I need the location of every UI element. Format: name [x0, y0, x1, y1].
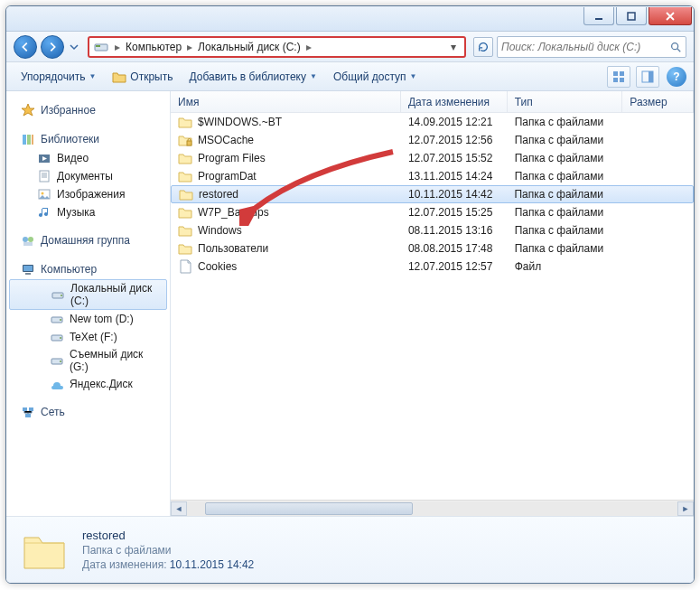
- file-name: Windows: [198, 224, 242, 237]
- scroll-thumb[interactable]: [205, 502, 413, 515]
- svg-rect-23: [23, 266, 33, 271]
- share-button[interactable]: Общий доступ▼: [326, 67, 425, 87]
- drive-icon: [51, 287, 65, 302]
- breadcrumb-sep: ▸: [304, 41, 313, 53]
- details-type: Папка с файлами: [82, 544, 254, 557]
- sidebar-item-label: Локальный диск (C:): [70, 282, 159, 307]
- file-name: Cookies: [198, 260, 237, 273]
- sidebar-lib-item[interactable]: Изображения: [6, 185, 170, 203]
- close-button[interactable]: [649, 7, 692, 25]
- titlebar: [6, 6, 694, 32]
- file-row[interactable]: Cookies12.07.2015 12:57Файл: [171, 258, 694, 276]
- add-to-library-button[interactable]: Добавить в библиотеку▼: [182, 67, 323, 87]
- folder-icon: [179, 187, 193, 201]
- file-date: 08.08.2015 17:48: [401, 242, 508, 255]
- search-input[interactable]: [501, 41, 669, 53]
- file-name: restored: [199, 188, 238, 201]
- sidebar-drive-item[interactable]: Яндекс.Диск: [6, 375, 170, 393]
- file-date: 12.07.2015 12:56: [401, 134, 508, 146]
- sidebar-libraries[interactable]: Библиотеки: [6, 129, 170, 149]
- sidebar-item-label: Видео: [57, 152, 89, 164]
- file-row[interactable]: Пользователи08.08.2015 17:48Папка с файл…: [171, 239, 694, 258]
- file-date: 13.11.2015 14:24: [401, 170, 508, 183]
- svg-rect-13: [32, 135, 33, 145]
- help-button[interactable]: ?: [667, 67, 686, 87]
- file-date: 10.11.2015 14:42: [401, 188, 507, 201]
- file-row[interactable]: Program Files12.07.2015 15:52Папка с фай…: [171, 149, 694, 167]
- col-date[interactable]: Дата изменения: [401, 91, 508, 112]
- refresh-button[interactable]: [473, 37, 493, 57]
- address-bar[interactable]: ▸ Компьютер ▸ Локальный диск (C:) ▸ ▾: [88, 36, 466, 58]
- open-button[interactable]: Открыть: [105, 66, 180, 88]
- folder-icon: [178, 205, 192, 220]
- preview-pane-button[interactable]: [636, 66, 659, 88]
- svg-point-28: [60, 319, 61, 321]
- svg-rect-8: [620, 78, 624, 82]
- column-headers: Имя Дата изменения Тип Размер: [171, 91, 694, 113]
- sidebar-item-label: Документы: [57, 170, 113, 183]
- sidebar-computer[interactable]: Компьютер: [6, 259, 170, 279]
- file-type: Папка с файлами: [508, 134, 623, 146]
- lib-icon: [37, 187, 51, 201]
- folder-icon: [178, 115, 192, 129]
- file-date: 12.07.2015 15:25: [401, 206, 508, 219]
- folder-icon: [178, 241, 192, 256]
- search-box[interactable]: [497, 36, 686, 58]
- sidebar-lib-item[interactable]: Музыка: [6, 203, 170, 221]
- sidebar-network[interactable]: Сеть: [6, 402, 170, 422]
- back-button[interactable]: [14, 35, 37, 59]
- nav-row: ▸ Компьютер ▸ Локальный диск (C:) ▸ ▾: [6, 32, 694, 62]
- libraries-icon: [21, 132, 35, 146]
- maximize-button[interactable]: [616, 7, 647, 25]
- file-row[interactable]: $WINDOWS.~BT14.09.2015 12:21Папка с файл…: [171, 113, 694, 131]
- svg-point-26: [61, 295, 62, 296]
- file-row[interactable]: W7P_Backups12.07.2015 15:25Папка с файла…: [171, 203, 694, 221]
- sidebar-favorites[interactable]: Избранное: [6, 100, 170, 120]
- sidebar-drive-item[interactable]: Локальный диск (C:): [9, 279, 167, 310]
- svg-rect-35: [25, 414, 31, 417]
- drive-icon: [50, 353, 64, 368]
- sidebar-drive-item[interactable]: New tom (D:): [6, 310, 170, 328]
- sidebar-item-label: TeXet (F:): [70, 331, 117, 343]
- col-size[interactable]: Размер: [622, 91, 694, 112]
- breadcrumb-current[interactable]: Локальный диск (C:): [194, 41, 304, 53]
- nav-pane: Избранное Библиотеки ВидеоДокументыИзобр…: [6, 91, 171, 516]
- file-type: Файл: [508, 260, 623, 273]
- forward-button[interactable]: [41, 35, 64, 59]
- drive-icon: [50, 377, 64, 391]
- sidebar-drive-item[interactable]: Съемный диск (G:): [6, 346, 170, 375]
- scroll-right[interactable]: ►: [677, 501, 694, 516]
- folder-icon: [178, 223, 192, 238]
- address-dropdown[interactable]: ▾: [451, 41, 462, 53]
- file-row[interactable]: Windows08.11.2015 13:16Папка с файлами: [171, 221, 694, 239]
- sidebar-drive-item[interactable]: TeXet (F:): [6, 328, 170, 346]
- homegroup-icon: [21, 233, 35, 248]
- horizontal-scrollbar[interactable]: ◄ ►: [171, 500, 694, 516]
- history-dropdown[interactable]: [68, 38, 80, 56]
- folder-icon: [178, 133, 192, 147]
- file-name: ProgramDat: [198, 170, 257, 183]
- view-mode-button[interactable]: [607, 66, 630, 88]
- drive-icon: [50, 330, 64, 344]
- sidebar-homegroup[interactable]: Домашняя группа: [6, 230, 170, 250]
- organize-button[interactable]: Упорядочить▼: [14, 67, 103, 87]
- file-type: Папка с файлами: [508, 242, 623, 255]
- svg-rect-16: [40, 171, 49, 182]
- folder-icon: [178, 169, 192, 183]
- scroll-left[interactable]: ◄: [171, 501, 187, 516]
- search-icon: [669, 41, 682, 53]
- file-row[interactable]: restored10.11.2015 14:42Папка с файлами: [171, 185, 694, 203]
- minimize-button[interactable]: [583, 7, 614, 25]
- file-name: MSOCache: [198, 134, 254, 146]
- col-type[interactable]: Тип: [508, 91, 623, 112]
- col-name[interactable]: Имя: [171, 91, 401, 112]
- sidebar-lib-item[interactable]: Документы: [6, 167, 170, 185]
- sidebar-lib-item[interactable]: Видео: [6, 149, 170, 167]
- breadcrumb-computer[interactable]: Компьютер: [122, 41, 185, 53]
- svg-point-18: [42, 192, 44, 195]
- svg-point-32: [60, 361, 61, 362]
- file-type: Папка с файлами: [508, 170, 623, 183]
- file-list: Имя Дата изменения Тип Размер $WINDOWS.~…: [171, 91, 694, 516]
- file-row[interactable]: ProgramDat13.11.2015 14:24Папка с файлам…: [171, 167, 694, 185]
- file-row[interactable]: MSOCache12.07.2015 12:56Папка с файлами: [171, 131, 694, 149]
